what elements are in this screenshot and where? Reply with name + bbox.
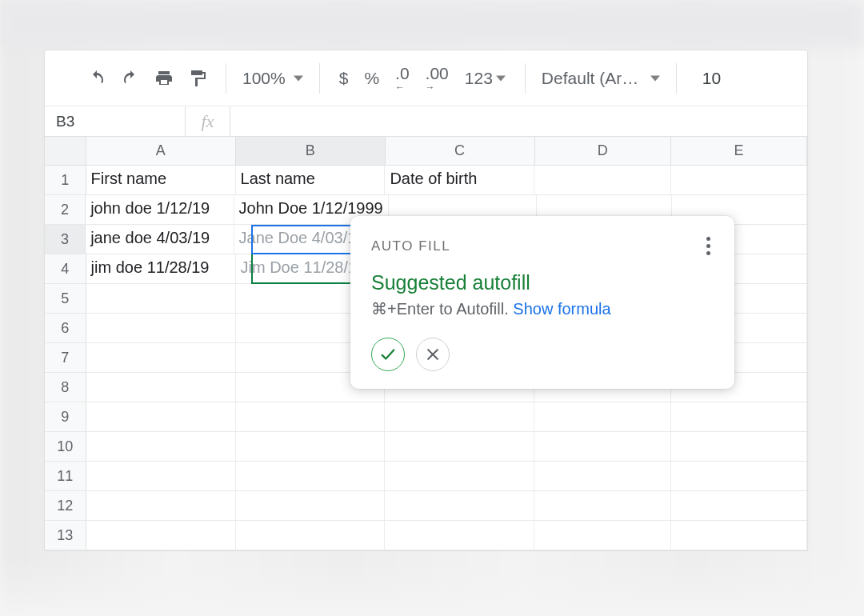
cell-A13[interactable]: [86, 521, 236, 550]
cell-A7[interactable]: [86, 343, 236, 372]
cell-C10[interactable]: [385, 432, 534, 461]
row-header-8[interactable]: 8: [45, 373, 86, 402]
col-header-B[interactable]: B: [236, 137, 386, 165]
redo-button[interactable]: [117, 65, 144, 92]
col-header-E[interactable]: E: [671, 137, 807, 165]
cell-C13[interactable]: [385, 521, 534, 550]
cell-E13[interactable]: [671, 521, 807, 550]
cell-C1[interactable]: Date of birth: [385, 166, 534, 194]
cell-B13[interactable]: [236, 521, 386, 550]
row-12: 12: [45, 491, 807, 521]
cell-E1[interactable]: [671, 166, 807, 194]
font-size-input[interactable]: 10: [688, 69, 735, 88]
font-family-select[interactable]: Default (Ari…: [537, 69, 665, 88]
cell-B1[interactable]: Last name: [236, 166, 386, 194]
cell-A4[interactable]: jim doe 11/28/19: [86, 254, 236, 283]
show-formula-link[interactable]: Show formula: [513, 300, 610, 318]
cell-A3[interactable]: jane doe 4/03/19: [86, 225, 234, 254]
accept-autofill-button[interactable]: [371, 338, 405, 371]
formula-bar: B3 fx: [45, 106, 807, 137]
cell-B9[interactable]: [236, 402, 386, 431]
autofill-card-subtext: ⌘+Enter to Autofill. Show formula: [371, 299, 714, 318]
row-header-10[interactable]: 10: [45, 432, 86, 461]
row-header-9[interactable]: 9: [45, 402, 86, 431]
cell-E9[interactable]: [671, 402, 807, 431]
cell-A8[interactable]: [86, 373, 236, 402]
row-header-1[interactable]: 1: [45, 166, 86, 194]
row-header-3[interactable]: 3: [45, 225, 86, 254]
select-all-corner[interactable]: [45, 137, 86, 165]
cell-A6[interactable]: [86, 314, 236, 342]
more-formats-button[interactable]: 123: [457, 69, 514, 88]
cell-A2[interactable]: john doe 1/12/19: [86, 195, 234, 224]
increase-decimal-button[interactable]: .00→: [418, 64, 457, 93]
row-header-4[interactable]: 4: [45, 254, 86, 283]
col-header-C[interactable]: C: [386, 137, 535, 165]
cell-B12[interactable]: [236, 491, 386, 520]
row-header-6[interactable]: 6: [45, 314, 86, 342]
cell-D12[interactable]: [534, 491, 670, 520]
cell-C9[interactable]: [385, 402, 534, 431]
cell-A10[interactable]: [86, 432, 236, 461]
cell-E11[interactable]: [671, 462, 807, 490]
fx-label: fx: [186, 106, 230, 136]
row-10: 10: [45, 432, 807, 462]
cell-E10[interactable]: [671, 432, 807, 461]
more-options-button[interactable]: [703, 234, 714, 258]
cell-D10[interactable]: [534, 432, 670, 461]
zoom-value: 100%: [242, 69, 286, 88]
cell-D9[interactable]: [534, 402, 670, 431]
row-13: 13: [45, 521, 807, 550]
cell-B11[interactable]: [236, 462, 386, 490]
col-header-A[interactable]: A: [86, 137, 236, 165]
name-box[interactable]: B3: [45, 106, 186, 136]
zoom-select[interactable]: 100%: [238, 69, 308, 88]
column-headers: A B C D E: [45, 137, 807, 166]
cell-D1[interactable]: [534, 166, 670, 194]
cell-A1[interactable]: First name: [86, 166, 236, 194]
active-cell-ref: B3: [56, 113, 74, 130]
undo-button[interactable]: [83, 65, 110, 92]
col-header-D[interactable]: D: [535, 137, 671, 165]
cell-D11[interactable]: [534, 462, 670, 490]
autofill-card-title: Suggested autofill: [371, 271, 714, 294]
row-1: 1 First name Last name Date of birth: [45, 166, 807, 195]
row-header-2[interactable]: 2: [45, 195, 86, 224]
row-11: 11: [45, 462, 807, 491]
print-button[interactable]: [150, 65, 178, 92]
cell-B10[interactable]: [236, 432, 386, 461]
formula-input[interactable]: [230, 106, 807, 136]
decrease-decimal-button[interactable]: .0←: [387, 64, 418, 93]
format-percent-button[interactable]: %: [356, 69, 387, 88]
cell-A11[interactable]: [86, 462, 236, 490]
row-header-13[interactable]: 13: [45, 521, 86, 550]
cell-A9[interactable]: [86, 402, 236, 431]
autofill-card-header: AUTO FILL: [371, 238, 450, 254]
format-currency-button[interactable]: $: [331, 69, 357, 88]
cell-C11[interactable]: [385, 462, 534, 490]
paint-format-button[interactable]: [184, 65, 211, 92]
reject-autofill-button[interactable]: [416, 338, 450, 371]
row-header-12[interactable]: 12: [45, 491, 86, 520]
row-9: 9: [45, 402, 807, 432]
row-header-7[interactable]: 7: [45, 343, 86, 372]
chevron-down-icon: [159, 113, 185, 130]
cell-A5[interactable]: [86, 284, 236, 313]
cell-C12[interactable]: [385, 491, 534, 520]
row-header-11[interactable]: 11: [45, 462, 86, 490]
row-header-5[interactable]: 5: [45, 284, 86, 313]
autofill-suggestion-card: AUTO FILL Suggested autofill ⌘+Enter to …: [350, 216, 734, 389]
cell-E12[interactable]: [671, 491, 807, 520]
cell-D13[interactable]: [534, 521, 670, 550]
cell-A12[interactable]: [86, 491, 236, 520]
toolbar: 100% $ % .0← .00→ 123 Default (Ari… 10: [45, 50, 807, 106]
